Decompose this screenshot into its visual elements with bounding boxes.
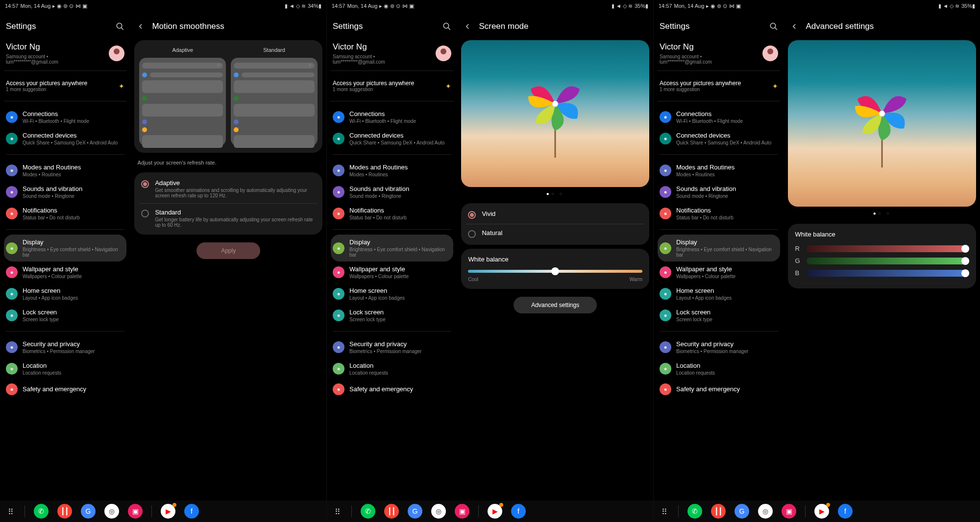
sidebar-item-security-and-privacy[interactable]: ● Security and privacy Biometrics • Perm… (658, 336, 780, 358)
taskbar-gallery-icon[interactable]: ▣ (455, 504, 469, 519)
taskbar-chrome-icon[interactable]: ◎ (758, 504, 773, 519)
sidebar-item-connected-devices[interactable]: ● Connected devices Quick Share • Samsun… (658, 128, 780, 149)
apps-grid-icon[interactable]: ⠿ (335, 507, 343, 515)
taskbar-phone-icon[interactable]: ✆ (34, 504, 49, 519)
advanced-settings-detail: Advanced settings ●○ ○ White balance R G… (784, 12, 980, 500)
apps-grid-icon[interactable]: ⠿ (662, 507, 669, 515)
sidebar-item-sounds-and-vibration[interactable]: ● Sounds and vibration Sound mode • Ring… (331, 181, 453, 203)
sidebar-item-safety-and-emergency[interactable]: ● Safety and emergency (4, 380, 126, 399)
status-battery: 35%▮ (961, 3, 975, 9)
option-standard[interactable]: Standard Get longer battery life by auto… (139, 203, 318, 233)
back-icon[interactable] (790, 22, 799, 31)
taskbar-chrome-icon[interactable]: ◎ (431, 504, 446, 519)
suggestion[interactable]: Access your pictures anywhere 1 more sug… (4, 71, 126, 101)
preview-image[interactable] (788, 40, 976, 207)
item-title: Connected devices (349, 132, 451, 139)
option-adaptive[interactable]: Adaptive Get smoother animations and scr… (139, 174, 318, 203)
sidebar-item-lock-screen[interactable]: ● Lock screen Screen lock type (331, 305, 453, 326)
taskbar-chrome-icon[interactable]: ◎ (104, 504, 119, 519)
taskbar-facebook-icon[interactable]: f (511, 504, 526, 519)
sidebar-item-location[interactable]: ● Location Location requests (4, 358, 126, 380)
back-icon[interactable] (136, 22, 145, 31)
taskbar-gallery-icon[interactable]: ▣ (782, 504, 796, 519)
sidebar-item-security-and-privacy[interactable]: ● Security and privacy Biometrics • Perm… (4, 336, 126, 358)
sidebar-item-safety-and-emergency[interactable]: ● Safety and emergency (331, 380, 453, 399)
item-title: Location (676, 362, 778, 369)
sidebar-item-modes-and-routines[interactable]: ● Modes and Routines Modes • Routines (331, 160, 453, 181)
item-sub: Sound mode • Ringtone (349, 193, 451, 199)
sidebar-item-connections[interactable]: ● Connections Wi-Fi • Bluetooth • Flight… (658, 106, 780, 128)
item-icon: ● (660, 133, 671, 144)
b-slider[interactable]: B (795, 269, 969, 277)
apply-button[interactable]: Apply (196, 242, 260, 259)
suggestion[interactable]: Access your pictures anywhere 1 more sug… (658, 71, 780, 101)
taskbar-youtube-icon[interactable]: ▶ (814, 504, 829, 519)
sidebar-item-location[interactable]: ● Location Location requests (331, 358, 453, 380)
taskbar-recorder-icon[interactable]: ┃┃ (384, 504, 399, 519)
sidebar-item-display[interactable]: ● Display Brightness • Eye comfort shiel… (658, 235, 780, 261)
sidebar-item-modes-and-routines[interactable]: ● Modes and Routines Modes • Routines (4, 160, 126, 181)
avatar[interactable] (109, 46, 124, 61)
sidebar-item-modes-and-routines[interactable]: ● Modes and Routines Modes • Routines (658, 160, 780, 181)
suggestion[interactable]: Access your pictures anywhere 1 more sug… (331, 71, 453, 101)
taskbar-phone-icon[interactable]: ✆ (687, 504, 702, 519)
account-section[interactable]: Victor Ng Samsung account • lum*********… (331, 36, 453, 71)
sidebar-item-sounds-and-vibration[interactable]: ● Sounds and vibration Sound mode • Ring… (658, 181, 780, 203)
status-net-icons: ▮ ◄ ◇ ≋ (285, 3, 306, 9)
item-icon: ● (660, 208, 671, 219)
search-icon[interactable] (769, 22, 778, 31)
preview-image[interactable] (461, 40, 649, 187)
status-app-icons: ▸ ◉ ⊚ ⊙ ⋈ ▣ (706, 3, 740, 9)
sidebar-item-connected-devices[interactable]: ● Connected devices Quick Share • Samsun… (331, 128, 453, 149)
taskbar-phone-icon[interactable]: ✆ (361, 504, 375, 519)
taskbar-google-icon[interactable]: G (81, 504, 96, 519)
sidebar-item-lock-screen[interactable]: ● Lock screen Screen lock type (4, 305, 126, 326)
taskbar-youtube-icon[interactable]: ▶ (488, 504, 502, 519)
sidebar-item-wallpaper-and-style[interactable]: ● Wallpaper and style Wallpapers • Colou… (4, 261, 126, 283)
search-icon[interactable] (116, 22, 124, 31)
search-icon[interactable] (442, 22, 451, 31)
sidebar-item-safety-and-emergency[interactable]: ● Safety and emergency (658, 380, 780, 399)
sidebar-item-security-and-privacy[interactable]: ● Security and privacy Biometrics • Perm… (331, 336, 453, 358)
back-icon[interactable] (463, 22, 472, 31)
item-icon: ● (6, 133, 18, 144)
sidebar-item-connections[interactable]: ● Connections Wi-Fi • Bluetooth • Flight… (331, 106, 453, 128)
sidebar-item-location[interactable]: ● Location Location requests (658, 358, 780, 380)
g-slider[interactable]: G (795, 257, 969, 264)
r-slider[interactable]: R (795, 245, 969, 252)
apps-grid-icon[interactable]: ⠿ (8, 507, 16, 515)
taskbar-recorder-icon[interactable]: ┃┃ (57, 504, 72, 519)
taskbar-recorder-icon[interactable]: ┃┃ (711, 504, 726, 519)
option-vivid[interactable]: Vivid (466, 205, 644, 224)
avatar[interactable] (436, 46, 451, 61)
sidebar-item-connected-devices[interactable]: ● Connected devices Quick Share • Samsun… (4, 128, 126, 149)
sidebar-item-wallpaper-and-style[interactable]: ● Wallpaper and style Wallpapers • Colou… (658, 261, 780, 283)
status-battery: 35%▮ (635, 3, 648, 9)
taskbar-gallery-icon[interactable]: ▣ (128, 504, 143, 519)
sidebar-item-home-screen[interactable]: ● Home screen Layout • App icon badges (4, 283, 126, 305)
sidebar-item-wallpaper-and-style[interactable]: ● Wallpaper and style Wallpapers • Colou… (331, 261, 453, 283)
sidebar-item-lock-screen[interactable]: ● Lock screen Screen lock type (658, 305, 780, 326)
taskbar-youtube-icon[interactable]: ▶ (161, 504, 175, 519)
advanced-settings-button[interactable]: Advanced settings (514, 297, 597, 313)
sidebar-item-notifications[interactable]: ● Notifications Status bar • Do not dist… (331, 203, 453, 224)
taskbar-facebook-icon[interactable]: f (184, 504, 199, 519)
option-natural[interactable]: Natural (466, 224, 644, 243)
sidebar-item-connections[interactable]: ● Connections Wi-Fi • Bluetooth • Flight… (4, 106, 126, 128)
account-section[interactable]: Victor Ng Samsung account • lum*********… (658, 36, 780, 71)
sidebar-item-home-screen[interactable]: ● Home screen Layout • App icon badges (331, 283, 453, 305)
account-section[interactable]: Victor Ng Samsung account • lum*********… (4, 36, 126, 71)
sidebar-item-display[interactable]: ● Display Brightness • Eye comfort shiel… (331, 235, 453, 261)
sidebar-item-home-screen[interactable]: ● Home screen Layout • App icon badges (658, 283, 780, 305)
sidebar-item-sounds-and-vibration[interactable]: ● Sounds and vibration Sound mode • Ring… (4, 181, 126, 203)
taskbar-google-icon[interactable]: G (735, 504, 749, 519)
avatar[interactable] (762, 46, 778, 61)
sidebar-item-notifications[interactable]: ● Notifications Status bar • Do not dist… (658, 203, 780, 224)
option-title: Adaptive (155, 179, 316, 187)
sidebar-item-notifications[interactable]: ● Notifications Status bar • Do not dist… (4, 203, 126, 224)
taskbar-facebook-icon[interactable]: f (838, 504, 853, 519)
sidebar-item-display[interactable]: ● Display Brightness • Eye comfort shiel… (4, 235, 126, 261)
taskbar-google-icon[interactable]: G (408, 504, 422, 519)
item-sub: Modes • Routines (349, 172, 451, 177)
wb-slider[interactable] (468, 270, 642, 273)
